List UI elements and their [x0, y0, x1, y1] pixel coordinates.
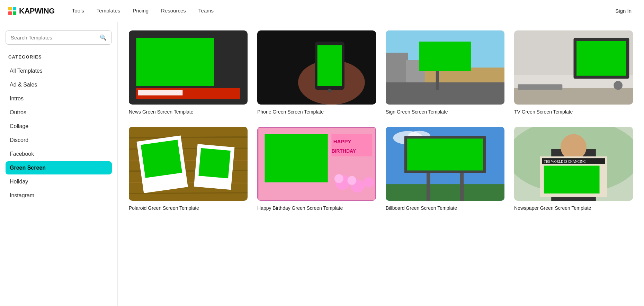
- svg-rect-31: [141, 140, 182, 178]
- svg-rect-7: [317, 45, 342, 86]
- template-thumb-birthday-gs: HAPPY BIRTHDAY: [257, 127, 376, 201]
- svg-point-40: [334, 174, 343, 183]
- template-thumb-billboard-gs: [386, 127, 504, 201]
- svg-rect-33: [198, 148, 230, 179]
- template-card-news-gs[interactable]: News Green Screen Template: [129, 30, 248, 116]
- svg-rect-21: [518, 84, 563, 90]
- templates-grid: News Green Screen Template Phone Green: [129, 30, 633, 212]
- template-title-birthday-gs: Happy Birthday Green Screen Template: [257, 205, 376, 212]
- navigation: KAPWING Tools Templates Pricing Resource…: [0, 0, 644, 22]
- svg-point-42: [347, 176, 356, 185]
- sidebar-item-green-screen[interactable]: Green Screen: [6, 161, 112, 174]
- svg-rect-1: [136, 38, 214, 86]
- svg-rect-15: [419, 42, 471, 71]
- template-card-birthday-gs[interactable]: HAPPY BIRTHDAY Happy Birthday Green Scre…: [257, 127, 376, 212]
- svg-text:BIRTHDAY: BIRTHDAY: [331, 148, 356, 154]
- svg-rect-35: [265, 134, 328, 182]
- svg-point-56: [561, 134, 587, 160]
- template-card-billboard-gs[interactable]: Billboard Green Screen Template: [386, 127, 504, 212]
- template-card-tv-gs[interactable]: TV Green Screen Template: [514, 30, 633, 116]
- svg-rect-52: [407, 138, 483, 170]
- svg-line-29: [129, 193, 248, 194]
- sidebar-item-collage[interactable]: Collage: [6, 120, 112, 133]
- sidebar-item-intros[interactable]: Intros: [6, 92, 112, 105]
- logo[interactable]: KAPWING: [8, 7, 55, 16]
- nav-templates[interactable]: Templates: [90, 0, 126, 22]
- search-icon: 🔍: [100, 34, 107, 41]
- svg-text:THE WORLD IS CHANGING: THE WORLD IS CHANGING: [544, 160, 586, 163]
- svg-text:HAPPY: HAPPY: [333, 138, 351, 144]
- template-thumb-news-gs: [129, 30, 248, 105]
- sidebar-item-all-templates[interactable]: All Templates: [6, 64, 112, 78]
- nav-links: Tools Templates Pricing Resources Teams: [66, 0, 220, 22]
- template-thumb-polaroid-gs: [129, 127, 248, 201]
- template-title-sign-gs: Sign Green Screen Template: [386, 109, 504, 116]
- logo-icon: [8, 7, 16, 15]
- nav-tools[interactable]: Tools: [66, 0, 90, 22]
- nav-right: Sign In: [611, 5, 636, 17]
- svg-point-8: [328, 89, 332, 92]
- svg-rect-48: [386, 184, 504, 201]
- nav-resources[interactable]: Resources: [155, 0, 192, 22]
- template-card-polaroid-gs[interactable]: Polaroid Green Screen Template: [129, 127, 248, 212]
- template-thumb-tv-gs: [514, 30, 633, 105]
- sidebar-items: All Templates Ad & Sales Intros Outros C…: [6, 64, 112, 202]
- nav-teams[interactable]: Teams: [192, 0, 220, 22]
- svg-point-22: [614, 81, 623, 90]
- sidebar-item-facebook[interactable]: Facebook: [6, 147, 112, 161]
- sidebar-item-holiday[interactable]: Holiday: [6, 175, 112, 188]
- sidebar-item-instagram[interactable]: Instagram: [6, 189, 112, 202]
- template-card-sign-gs[interactable]: Sign Green Screen Template: [386, 30, 504, 116]
- template-thumb-sign-gs: [386, 30, 504, 105]
- sidebar-item-ad-sales[interactable]: Ad & Sales: [6, 78, 112, 91]
- template-thumb-phone-gs: [257, 30, 376, 105]
- svg-rect-18: [514, 88, 633, 105]
- template-title-polaroid-gs: Polaroid Green Screen Template: [129, 205, 248, 212]
- template-title-newspaper-gs: Newspaper Green Screen Template: [514, 205, 633, 212]
- template-title-phone-gs: Phone Green Screen Template: [257, 109, 376, 116]
- sign-in-button[interactable]: Sign In: [611, 5, 636, 17]
- svg-rect-60: [544, 166, 600, 194]
- template-title-billboard-gs: Billboard Green Screen Template: [386, 205, 504, 212]
- search-box[interactable]: 🔍: [6, 30, 112, 45]
- svg-rect-13: [386, 82, 504, 105]
- template-title-tv-gs: TV Green Screen Template: [514, 109, 633, 116]
- categories-label: CATEGORIES: [6, 54, 112, 60]
- svg-rect-3: [138, 90, 183, 96]
- page-layout: 🔍 CATEGORIES All Templates Ad & Sales In…: [0, 22, 644, 306]
- sidebar: 🔍 CATEGORIES All Templates Ad & Sales In…: [0, 22, 118, 306]
- sidebar-item-discord[interactable]: Discord: [6, 134, 112, 147]
- search-input[interactable]: [11, 35, 97, 40]
- template-card-phone-gs[interactable]: Phone Green Screen Template: [257, 30, 376, 116]
- logo-text: KAPWING: [19, 7, 55, 16]
- template-card-newspaper-gs[interactable]: THE WORLD IS CHANGING Newspaper Green Sc…: [514, 127, 633, 212]
- template-title-news-gs: News Green Screen Template: [129, 109, 248, 116]
- main-content: News Green Screen Template Phone Green: [118, 22, 644, 306]
- nav-pricing[interactable]: Pricing: [126, 0, 155, 22]
- template-thumb-newspaper-gs: THE WORLD IS CHANGING: [514, 127, 633, 201]
- sidebar-item-outros[interactable]: Outros: [6, 106, 112, 119]
- svg-point-43: [364, 177, 374, 188]
- svg-rect-20: [576, 41, 626, 76]
- svg-line-24: [129, 137, 248, 138]
